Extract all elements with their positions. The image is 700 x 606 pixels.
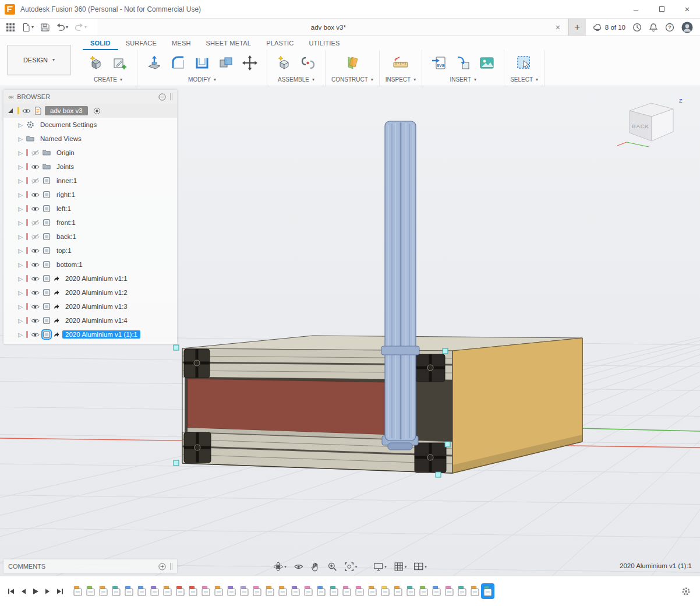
visibility-eye-icon[interactable] (31, 318, 40, 324)
go-to-start-button[interactable] (7, 587, 15, 596)
collapsed-caret-icon[interactable]: ▷ (17, 220, 23, 226)
measure-button[interactable] (390, 51, 412, 75)
browser-item-left-1[interactable]: ▷left:1 (3, 202, 177, 216)
browser-item-joints[interactable]: ▷Joints (3, 160, 177, 174)
visibility-eye-icon[interactable] (31, 192, 40, 198)
group-label-dropdown[interactable]: INSERT▾ (450, 75, 476, 84)
timeline-feature-15[interactable] (252, 584, 263, 598)
tab-close-icon[interactable]: × (554, 23, 562, 32)
undo-button[interactable]: ▾ (54, 21, 70, 34)
document-tab[interactable]: adv box v3*× (97, 19, 568, 36)
timeline-feature-26[interactable] (393, 584, 404, 598)
timeline-feature-5[interactable] (123, 584, 135, 598)
zoom-button[interactable] (324, 560, 340, 573)
timeline-feature-19[interactable] (303, 584, 314, 598)
collapsed-caret-icon[interactable]: ▷ (17, 276, 23, 282)
collapsed-caret-icon[interactable]: ▷ (17, 304, 23, 310)
browser-item-root[interactable]: adv box v3 (3, 104, 177, 118)
collapsed-caret-icon[interactable]: ▷ (17, 192, 23, 198)
move-button[interactable] (239, 51, 261, 75)
ribbon-tab-surface[interactable]: SURFACE (118, 36, 164, 50)
display-settings-button[interactable]: ▾ (370, 560, 390, 573)
timeline-feature-11[interactable] (200, 584, 211, 598)
timeline-feature-22[interactable] (341, 584, 352, 598)
redo-button[interactable]: ▾ (72, 21, 89, 34)
timeline-feature-14[interactable] (239, 584, 250, 598)
viewport-canvas[interactable]: BACK Z «« BROWSER adv box v3 ▷Document (0, 86, 700, 576)
timeline-feature-21[interactable] (328, 584, 340, 598)
step-back-button[interactable] (19, 587, 27, 596)
timeline-feature-28[interactable] (418, 584, 429, 598)
browser-item-origin[interactable]: ▷Origin (3, 146, 177, 160)
timeline-feature-1[interactable] (72, 584, 83, 598)
timeline-feature-6[interactable] (136, 584, 147, 598)
timeline-feature-29[interactable] (431, 584, 442, 598)
timeline-feature-7[interactable] (149, 584, 160, 598)
browser-item-2020-aluminium-v1-3[interactable]: ▷2020 Aluminium v1:3 (3, 300, 177, 313)
timeline-feature-16[interactable] (264, 584, 275, 598)
press-pull-button[interactable] (143, 51, 165, 75)
timeline-feature-20[interactable] (316, 584, 327, 598)
timeline-settings-gear-icon[interactable] (681, 587, 700, 596)
new-tab-button[interactable]: + (568, 19, 586, 36)
visibility-eye-icon[interactable] (31, 220, 40, 226)
visibility-eye-icon[interactable] (31, 206, 40, 212)
collapsed-caret-icon[interactable]: ▷ (17, 332, 23, 338)
timeline-feature-18[interactable] (290, 584, 301, 598)
construction-plane-button[interactable] (341, 51, 363, 75)
visibility-eye-icon[interactable] (31, 304, 40, 310)
timeline-feature-10[interactable] (188, 584, 199, 598)
notifications-bell-button[interactable] (649, 23, 658, 32)
collapsed-caret-icon[interactable]: ▷ (17, 262, 23, 268)
timeline-feature-17[interactable] (277, 584, 288, 598)
timeline-feature-25[interactable] (380, 584, 391, 598)
view-cube[interactable]: BACK Z (614, 93, 695, 150)
timeline-feature-31[interactable] (457, 584, 468, 598)
timeline-feature-32[interactable] (469, 584, 480, 598)
avatar-button[interactable] (681, 22, 693, 33)
browser-item-back-1[interactable]: ▷back:1 (3, 230, 177, 244)
workspace-selector[interactable]: DESIGN ▾ (7, 45, 71, 75)
fit-button[interactable]: ▾ (341, 560, 360, 573)
timeline-feature-4[interactable] (111, 584, 122, 598)
collapse-panel-icon[interactable]: «« (8, 93, 13, 100)
ribbon-tab-plastic[interactable]: PLASTIC (259, 36, 301, 50)
timeline-feature-2[interactable] (85, 584, 96, 598)
collapsed-caret-icon[interactable]: ▷ (17, 178, 23, 184)
selected-extrusion-column[interactable] (381, 121, 419, 450)
add-comment-icon[interactable] (158, 563, 166, 570)
collapsed-caret-icon[interactable]: ▷ (17, 150, 23, 156)
collapsed-caret-icon[interactable]: ▷ (17, 290, 23, 296)
ribbon-tab-solid[interactable]: SOLID (83, 36, 118, 50)
save-button[interactable] (38, 21, 52, 34)
browser-options-icon[interactable] (158, 93, 166, 101)
browser-item-2020-aluminium-v1-1-1[interactable]: ▷2020 Aluminium v1 (1):1 (3, 327, 177, 341)
visibility-eye-icon[interactable] (31, 234, 40, 240)
browser-item-document-settings[interactable]: ▷Document Settings (3, 118, 177, 132)
collapsed-caret-icon[interactable]: ▷ (17, 206, 23, 212)
group-label-dropdown[interactable]: CONSTRUCT▾ (331, 75, 373, 84)
browser-item-2020-aluminium-v1-2[interactable]: ▷2020 Aluminium v1:2 (3, 286, 177, 300)
job-status-button[interactable]: 8 of 10 (593, 23, 625, 32)
collapsed-caret-icon[interactable]: ▷ (17, 136, 23, 142)
timeline-feature-9[interactable] (175, 584, 186, 598)
history-clock-button[interactable] (632, 23, 642, 32)
timeline-feature-33[interactable] (482, 584, 493, 598)
collapsed-caret-icon[interactable]: ▷ (17, 122, 23, 128)
new-body-button[interactable] (85, 51, 107, 75)
joint-button[interactable] (297, 51, 319, 75)
play-button[interactable] (31, 587, 40, 596)
go-to-end-button[interactable] (56, 587, 64, 596)
maximize-button[interactable] (649, 0, 674, 18)
pan-button[interactable] (307, 560, 323, 573)
visibility-eye-icon[interactable] (31, 276, 40, 282)
shell-button[interactable] (191, 51, 213, 75)
expanded-caret-icon[interactable] (8, 108, 13, 113)
activate-component-radio[interactable] (91, 107, 101, 115)
visibility-eye-icon[interactable] (31, 290, 40, 296)
root-document-label[interactable]: adv box v3 (45, 106, 88, 115)
visibility-eye-icon[interactable] (31, 178, 40, 184)
panel-grip[interactable] (170, 93, 172, 100)
derive-button[interactable] (452, 51, 474, 75)
timeline-feature-24[interactable] (367, 584, 378, 598)
